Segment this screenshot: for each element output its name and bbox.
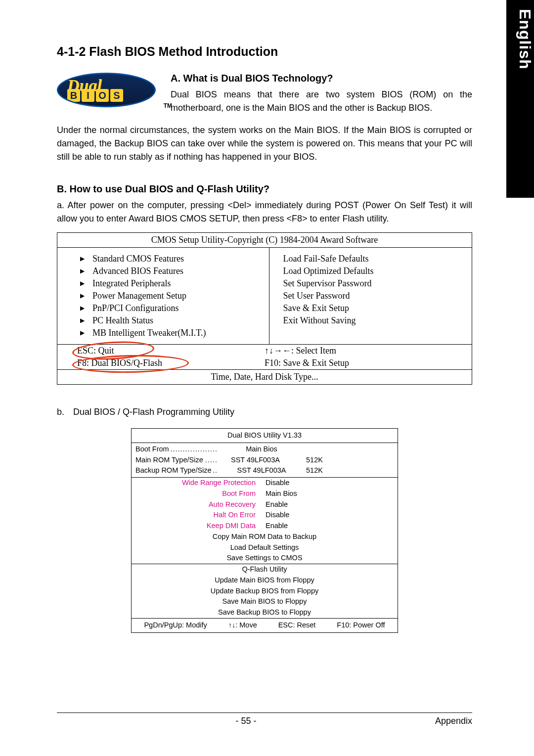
util-option-row: Halt On ErrorDisable	[132, 510, 398, 521]
logo-letter: I	[82, 89, 94, 102]
util-opt-value: Disable	[265, 478, 398, 489]
cmos-menu-item: ▶Integrated Peripherals	[80, 277, 263, 290]
submenu-icon: ▶	[80, 329, 85, 337]
cmos-item-label: PC Health Status	[92, 315, 153, 326]
util-info-size: 512K	[306, 465, 356, 476]
util-opt-label: Halt On Error	[132, 510, 265, 521]
submenu-icon: ▶	[80, 292, 85, 300]
cmos-item-label: Set User Password	[283, 291, 350, 301]
page-footer: - 55 - Appendix	[57, 712, 472, 726]
util-info-size	[306, 444, 356, 455]
cmos-item-label: Integrated Peripherals	[92, 278, 171, 289]
subsection-b-heading: B. How to use Dual BIOS and Q-Flash Util…	[57, 183, 472, 195]
logo-letter: B	[67, 89, 80, 102]
submenu-icon: ▶	[80, 267, 85, 275]
cmos-item-label: Load Fail-Safe Defaults	[283, 254, 369, 264]
util-opt-value: Enable	[265, 521, 398, 532]
util-action-row: Save Backup BIOS to Floppy	[132, 607, 398, 618]
util-action-row: Update Backup BIOS from Floppy	[132, 586, 398, 597]
util-info-value: Main Bios	[217, 444, 306, 455]
util-hint: PgDn/PgUp: Modify	[144, 620, 207, 631]
util-opt-value: Main Bios	[265, 489, 398, 499]
util-qflash-label: Q-Flash Utility	[132, 564, 398, 575]
cmos-menu-item: Load Fail-Safe Defaults	[283, 253, 466, 265]
cmos-menu-item: ▶Advanced BIOS Features	[80, 265, 263, 277]
cmos-hint-f8: F8: Dual BIOS/Q-Flash	[77, 358, 162, 368]
subsection-a-heading: A. What is Dual BIOS Technology?	[171, 73, 472, 84]
util-opt-label: Auto Recovery	[132, 499, 265, 510]
util-action-row: Load Default Settings	[132, 542, 398, 553]
submenu-icon: ▶	[80, 255, 85, 263]
util-action-row: Save Main BIOS to Floppy	[132, 596, 398, 607]
language-tab: English	[506, 0, 534, 198]
util-opt-value: Enable	[265, 499, 398, 510]
cmos-item-label: Advanced BIOS Features	[92, 266, 183, 276]
submenu-icon: ▶	[80, 280, 85, 287]
util-action-row: Save Settings to CMOS	[132, 553, 398, 564]
cmos-item-label: Exit Without Saving	[283, 315, 356, 326]
util-info-row: Boot From Main Bios	[135, 444, 394, 455]
dual-bios-utility-screenshot: Dual BIOS Utility V1.33 Boot From Main B…	[131, 428, 398, 633]
cmos-item-label: Set Supervisor Password	[283, 278, 372, 289]
cmos-item-label: PnP/PCI Configurations	[92, 303, 179, 313]
util-opt-label: Boot From	[132, 489, 265, 499]
cmos-item-label: Save & Exit Setup	[283, 303, 350, 313]
subsection-a-p1: Dual BIOS means that there are two syste…	[171, 88, 472, 115]
util-opt-label: Wide Range Protection	[132, 478, 265, 489]
cmos-menu-item: Exit Without Saving	[283, 314, 466, 327]
util-info-label: Boot From	[135, 445, 170, 453]
submenu-icon: ▶	[80, 317, 85, 324]
util-info-label: Main ROM Type/Size	[135, 456, 204, 464]
cmos-hint-select: ↑↓→←: Select Item	[265, 346, 336, 356]
subsection-b-pa: a. After power on the computer, pressing…	[57, 199, 472, 225]
page-number: - 55 -	[57, 716, 435, 726]
cmos-menu-item: Save & Exit Setup	[283, 302, 466, 314]
cmos-menu-item: Set User Password	[283, 290, 466, 302]
util-header: Dual BIOS Utility V1.33	[132, 429, 398, 443]
cmos-hint-f10: F10: Save & Exit Setup	[265, 358, 349, 368]
cmos-menu-item: ▶Standard CMOS Features	[80, 253, 263, 265]
util-option-row: Wide Range ProtectionDisable	[132, 478, 398, 489]
cmos-header: CMOS Setup Utility-Copyright (C) 1984-20…	[57, 233, 472, 247]
cmos-setup-screenshot: CMOS Setup Utility-Copyright (C) 1984-20…	[57, 232, 472, 385]
subsection-b-pb: Dual BIOS / Q-Flash Programming Utility	[73, 407, 234, 417]
util-opt-label: Keep DMI Data	[132, 521, 265, 532]
util-opt-value: Disable	[265, 510, 398, 521]
util-action-row: Update Main BIOS from Floppy	[132, 575, 398, 586]
cmos-menu-item: Set Supervisor Password	[283, 277, 466, 290]
util-hint: ↑↓: Move	[228, 620, 257, 631]
cmos-menu-item: Load Optimized Defaults	[283, 265, 466, 277]
cmos-item-label: MB Intelligent Tweaker(M.I.T.)	[92, 328, 206, 338]
cmos-item-label: Standard CMOS Features	[92, 254, 184, 264]
section-title: 4-1-2 Flash BIOS Method Introduction	[57, 44, 472, 59]
submenu-icon: ▶	[80, 305, 85, 312]
util-hint: ESC: Reset	[278, 620, 316, 631]
util-info-size: 512K	[306, 455, 356, 466]
util-option-row: Keep DMI DataEnable	[132, 521, 398, 532]
util-info-value: SST 49LF003A	[217, 465, 306, 476]
cmos-menu-item: ▶Power Management Setup	[80, 290, 263, 302]
dual-bios-logo: Dual B I O S TM	[57, 73, 160, 112]
util-info-row: Main ROM Type/Size SST 49LF003A 512K	[135, 455, 394, 466]
logo-letter: O	[96, 89, 109, 102]
util-option-row: Auto RecoveryEnable	[132, 499, 398, 510]
subsection-a-p2: Under the normal circumstances, the syst…	[57, 124, 472, 164]
util-action-row: Copy Main ROM Data to Backup	[132, 532, 398, 542]
util-info-value: SST 49LF003A	[217, 455, 306, 466]
cmos-menu-item: ▶PC Health Status	[80, 314, 263, 327]
footer-section: Appendix	[435, 716, 472, 726]
cmos-item-label: Power Management Setup	[92, 291, 186, 301]
subsection-b-pb-label: b.	[57, 407, 64, 417]
util-info-row: Backup ROM Type/Size SST 49LF003A 512K	[135, 465, 394, 476]
util-info-label: Backup ROM Type/Size	[135, 466, 213, 474]
cmos-menu-item: ▶MB Intelligent Tweaker(M.I.T.)	[80, 327, 263, 339]
logo-letter: S	[110, 89, 123, 102]
util-hint: F10: Power Off	[337, 620, 385, 631]
cmos-menu-item: ▶PnP/PCI Configurations	[80, 302, 263, 314]
cmos-hint-esc: ESC: Quit	[77, 346, 114, 356]
util-option-row: Boot FromMain Bios	[132, 489, 398, 499]
page-content: 4-1-2 Flash BIOS Method Introduction Dua…	[57, 44, 472, 633]
logo-tm: TM	[164, 102, 172, 109]
cmos-item-label: Load Optimized Defaults	[283, 266, 374, 276]
